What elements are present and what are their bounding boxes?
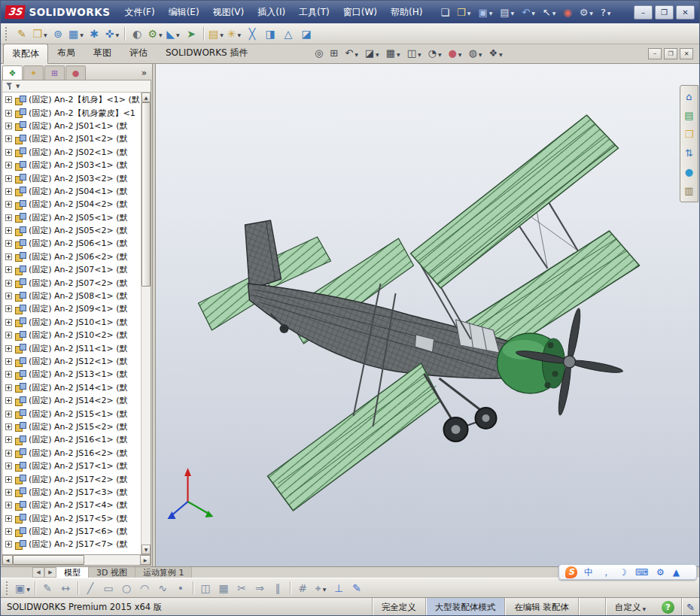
expand-plus-icon[interactable] bbox=[5, 135, 12, 142]
tree-item[interactable]: (固定) An-2 JS10<1> (默 bbox=[2, 316, 141, 329]
grid-snap-icon[interactable]: # bbox=[294, 580, 312, 596]
line-icon[interactable]: ╱ bbox=[81, 580, 99, 596]
window-minimize-button[interactable]: – bbox=[634, 5, 653, 20]
document-restore-button[interactable]: ❐ bbox=[664, 48, 677, 59]
tree-item[interactable]: (固定) An-2 JS16<1> (默 bbox=[2, 433, 141, 446]
expand-plus-icon[interactable] bbox=[5, 201, 12, 208]
tree-item[interactable]: (固定) An-2 JS04<1> (默 bbox=[2, 185, 141, 198]
file-explorer-icon[interactable]: ❒ bbox=[680, 125, 698, 144]
an2-aircraft-model[interactable] bbox=[199, 115, 640, 511]
expand-plus-icon[interactable] bbox=[5, 489, 12, 496]
ime-logo-icon[interactable]: S bbox=[565, 566, 577, 578]
tree-item[interactable]: (固定) An-2 JS10<2> (默 bbox=[2, 329, 141, 341]
expand-plus-icon[interactable] bbox=[5, 515, 12, 522]
spline-icon[interactable]: ∿ bbox=[154, 580, 172, 596]
tree-item[interactable]: (固定) An-2 JS17<5> (默 bbox=[2, 512, 141, 525]
view-palette-icon[interactable]: ⇅ bbox=[680, 144, 698, 162]
toolbar-grip[interactable] bbox=[6, 581, 9, 595]
tree-item[interactable]: (固定) An-2【机身蒙皮】<1 bbox=[2, 106, 141, 119]
expand-plus-icon[interactable] bbox=[5, 149, 12, 156]
menu-insert[interactable]: 插入(I) bbox=[251, 2, 292, 23]
tree-item[interactable]: (固定) An-2 JS14<2> (默 bbox=[2, 394, 141, 407]
exploded-view-icon[interactable]: ✳ bbox=[225, 26, 243, 42]
expand-plus-icon[interactable] bbox=[5, 266, 12, 273]
tree-item[interactable]: (固定) An-2【机身】<1> (默 bbox=[2, 93, 141, 106]
ime-lang-icon[interactable]: 中 bbox=[584, 568, 593, 577]
expand-plus-icon[interactable] bbox=[5, 214, 12, 221]
expand-plus-icon[interactable] bbox=[5, 397, 12, 404]
toolbar-icon[interactable] bbox=[75, 580, 81, 596]
expand-plus-icon[interactable] bbox=[5, 411, 12, 417]
menu-edit[interactable]: 编辑(E) bbox=[162, 2, 206, 23]
tree-item[interactable]: (固定) An-2 JS07<1> (默 bbox=[2, 263, 141, 276]
trim-entities-icon[interactable]: ✂ bbox=[233, 580, 251, 596]
toolbar-icon[interactable] bbox=[190, 580, 196, 596]
tree-item[interactable]: (固定) An-2 JS15<1> (默 bbox=[2, 407, 141, 420]
panel-expand-chevron-icon[interactable]: » bbox=[138, 68, 151, 80]
ime-punctuation-icon[interactable]: ， bbox=[601, 568, 610, 577]
tree-item[interactable]: (固定) An-2 JS05<1> (默 bbox=[2, 211, 141, 224]
toolbar-icon[interactable] bbox=[121, 26, 128, 42]
scroll-track[interactable] bbox=[13, 555, 140, 565]
sketch-icon[interactable]: ✎ bbox=[38, 580, 56, 596]
edit-component-icon[interactable]: ✎ bbox=[13, 26, 31, 42]
display-style-icon[interactable]: ◫ bbox=[404, 47, 425, 59]
scroll-up-button[interactable]: ▲ bbox=[142, 93, 151, 102]
expand-plus-icon[interactable] bbox=[5, 502, 12, 508]
menu-window[interactable]: 窗口(W) bbox=[336, 2, 384, 23]
status-editing-assembly[interactable]: 在编辑 装配体 bbox=[504, 598, 578, 616]
filter-caret-icon[interactable]: ▼ bbox=[16, 83, 20, 90]
tab-propertymanager[interactable]: ✦ bbox=[23, 65, 44, 80]
zoom-fit-icon[interactable]: ◎ bbox=[312, 47, 326, 59]
tree-item[interactable]: (固定) An-2 JS01<1> (默 bbox=[2, 120, 141, 132]
ime-expand-icon[interactable]: ▲ bbox=[673, 568, 680, 577]
status-large-assembly-mode[interactable]: 大型装配体模式 bbox=[425, 598, 505, 616]
expand-plus-icon[interactable] bbox=[5, 280, 12, 287]
expand-plus-icon[interactable] bbox=[5, 319, 12, 326]
rebuild-icon[interactable]: ◉ bbox=[559, 4, 575, 20]
expand-plus-icon[interactable] bbox=[5, 332, 12, 338]
expand-plus-icon[interactable] bbox=[5, 463, 12, 469]
save-icon[interactable]: ▣ bbox=[14, 580, 32, 596]
show-hidden-components-icon[interactable]: ◐ bbox=[128, 26, 146, 42]
ime-keyboard-icon[interactable]: ⌨ bbox=[635, 568, 648, 577]
point-icon[interactable]: • bbox=[172, 580, 190, 596]
tab-model[interactable]: 模型 bbox=[56, 567, 89, 578]
tree-item[interactable]: (固定) An-2 JS17<7> (默 bbox=[2, 538, 141, 551]
toolbar-icon[interactable] bbox=[32, 580, 38, 596]
zoom-area-icon[interactable]: ⊞ bbox=[327, 47, 341, 59]
tree-item[interactable]: (固定) An-2 JS01<2> (默 bbox=[2, 132, 141, 145]
tree-item[interactable]: (固定) An-2 JS13<1> (默 bbox=[2, 368, 141, 381]
tab-3d-views[interactable]: 3D 视图 bbox=[89, 567, 135, 578]
tree-item[interactable]: (固定) An-2 JS05<2> (默 bbox=[2, 224, 141, 237]
mate-icon[interactable]: ⊚ bbox=[49, 26, 67, 42]
custom-properties-icon[interactable]: ▥ bbox=[680, 181, 698, 200]
quick-snaps-icon[interactable]: ⌖ bbox=[312, 580, 330, 596]
expand-plus-icon[interactable] bbox=[5, 293, 12, 299]
expand-plus-icon[interactable] bbox=[5, 175, 12, 182]
circle-icon[interactable]: ○ bbox=[117, 580, 135, 596]
tree-item[interactable]: (固定) An-2 JS17<4> (默 bbox=[2, 499, 141, 511]
linear-component-pattern-icon[interactable]: ▦ bbox=[67, 26, 85, 42]
tab-configurationmanager[interactable]: ⊞ bbox=[44, 65, 65, 80]
reference-geometry-icon[interactable]: ◣ bbox=[164, 26, 182, 42]
tab-motion-study-1[interactable]: 运动算例 1 bbox=[135, 567, 193, 578]
tab-sketch[interactable]: 草图 bbox=[84, 43, 120, 63]
move-component-icon[interactable]: ✜ bbox=[103, 26, 121, 42]
linear-sketch-pattern-icon[interactable]: ▦ bbox=[215, 580, 233, 596]
tags-edit-icon[interactable]: ✎ bbox=[681, 598, 699, 616]
scroll-down-button[interactable]: ▼ bbox=[142, 545, 151, 554]
tree-item[interactable]: (固定) An-2 JS02<1> (默 bbox=[2, 146, 141, 159]
section-properties-icon[interactable]: ◪ bbox=[297, 26, 315, 42]
normal-to-icon[interactable]: ⊥ bbox=[330, 580, 348, 596]
select-icon[interactable]: ↖ bbox=[539, 4, 560, 20]
expand-plus-icon[interactable] bbox=[5, 436, 12, 443]
tree-item[interactable]: (固定) An-2 JS06<1> (默 bbox=[2, 237, 141, 250]
tree-vertical-scrollbar[interactable]: ▲ ▼ bbox=[141, 93, 151, 554]
expand-plus-icon[interactable] bbox=[5, 240, 12, 247]
convert-entities-icon[interactable]: ⇒ bbox=[251, 580, 269, 596]
tree-item[interactable]: (固定) An-2 JS03<2> (默 bbox=[2, 171, 141, 184]
explode-line-sketch-icon[interactable]: ╳ bbox=[243, 26, 261, 42]
tree-filter-row[interactable]: ▼ bbox=[2, 80, 151, 93]
design-library-icon[interactable]: ▤ bbox=[680, 106, 698, 125]
